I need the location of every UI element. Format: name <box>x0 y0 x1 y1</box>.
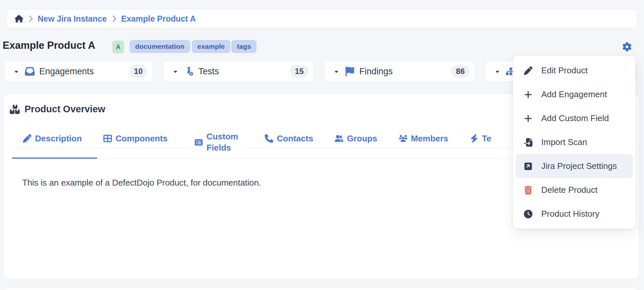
page-title: Example Product A <box>3 40 95 51</box>
file-import-icon <box>524 138 533 147</box>
engagements-card[interactable]: Engagements 10 <box>4 61 153 82</box>
pen-icon <box>524 66 533 75</box>
caret-down-icon <box>333 69 339 74</box>
tab-contacts[interactable]: Contacts <box>265 134 313 144</box>
breadcrumb-link-product[interactable]: Example Product A <box>121 14 196 24</box>
breadcrumb-link-jira-instance[interactable]: New Jira Instance <box>38 14 107 24</box>
next-card-edge <box>3 288 639 290</box>
trash-icon <box>524 186 533 194</box>
tests-label: Tests <box>198 66 219 77</box>
menu-item-add-engagement[interactable]: Add Engagement <box>516 82 633 106</box>
boxes-icon <box>10 104 20 114</box>
clock-icon <box>524 210 533 218</box>
grade-badge: A <box>112 41 124 53</box>
square-arrow-up-right-icon <box>524 162 533 171</box>
chevron-right-icon <box>28 15 33 22</box>
findings-count-badge: 86 <box>451 65 469 78</box>
phone-icon <box>265 134 273 143</box>
active-tab-indicator <box>12 157 97 159</box>
findings-card[interactable]: Findings 86 <box>324 61 475 82</box>
gear-icon <box>622 42 632 51</box>
tab-components[interactable]: Components <box>103 134 168 144</box>
breadcrumb: New Jira Instance Example Product A <box>7 9 637 28</box>
plus-icon <box>524 114 533 123</box>
tab-technologies[interactable]: Te <box>470 134 491 144</box>
tests-count-badge: 15 <box>290 65 308 78</box>
menu-item-product-history[interactable]: Product History <box>516 202 633 226</box>
list-icon <box>194 138 203 147</box>
tab-groups[interactable]: Groups <box>335 134 377 144</box>
pen-icon <box>23 134 31 143</box>
caret-down-icon <box>172 69 178 74</box>
menu-item-import-scan[interactable]: Import Scan <box>516 130 633 154</box>
vial-gear-icon <box>184 66 194 76</box>
bolt-icon <box>470 134 478 143</box>
tab-members[interactable]: Members <box>399 134 448 144</box>
table-icon <box>103 134 112 143</box>
tag-tags[interactable]: tags <box>231 40 257 53</box>
plus-icon <box>524 90 533 99</box>
findings-label: Findings <box>359 66 393 77</box>
engagements-label: Engagements <box>39 66 94 77</box>
overview-header: Product Overview <box>10 104 105 115</box>
tag-example[interactable]: example <box>192 40 230 53</box>
product-settings-gear-button[interactable] <box>622 42 632 51</box>
menu-item-add-custom-field[interactable]: Add Custom Field <box>516 106 633 130</box>
menu-item-jira-project-settings[interactable]: Jira Project Settings <box>516 154 633 178</box>
chevron-right-icon <box>112 15 116 22</box>
tag-documentation[interactable]: documentation <box>130 40 190 53</box>
engagements-count-badge: 10 <box>129 65 147 78</box>
overview-title: Product Overview <box>25 104 105 115</box>
inbox-icon <box>25 66 35 76</box>
tab-description[interactable]: Description <box>23 134 82 144</box>
users-icon <box>399 134 407 143</box>
caret-down-icon <box>494 69 500 74</box>
home-icon[interactable] <box>15 15 23 23</box>
tests-card[interactable]: Tests 15 <box>163 61 314 82</box>
menu-item-delete-product[interactable]: Delete Product <box>516 178 633 202</box>
user-group-icon <box>335 134 343 143</box>
tab-custom-fields[interactable]: Custom Fields <box>189 129 243 155</box>
flag-icon <box>345 66 355 76</box>
product-description-text: This is an example of a DefectDojo Produ… <box>22 178 261 188</box>
caret-down-icon <box>13 69 19 74</box>
menu-item-edit-product[interactable]: Edit Product <box>516 59 633 82</box>
product-actions-menu: Edit Product Add Engagement Add Custom F… <box>513 56 635 228</box>
